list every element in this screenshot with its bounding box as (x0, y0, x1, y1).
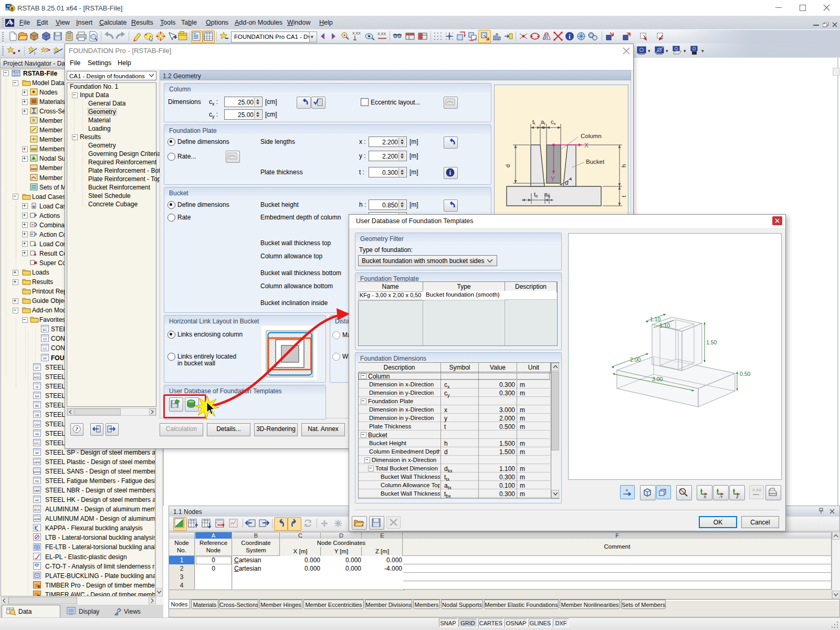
svg-text:ADM: ADM (34, 518, 40, 521)
svg-text:0.50: 0.50 (740, 371, 751, 377)
svg-text:CO: CO (43, 338, 47, 341)
svg-text:SP: SP (35, 452, 39, 455)
svg-text:HK: HK (35, 499, 39, 502)
svg-text:Bucket: Bucket (586, 159, 605, 165)
svg-text:Column: Column (581, 133, 602, 139)
svg-text:1.10: 1.10 (659, 322, 670, 329)
svg-text:X.XX: X.XX (752, 488, 761, 492)
svg-text:-Y: -Y (719, 495, 723, 498)
svg-text:CSA: CSA (34, 423, 40, 426)
svg-text:AS: AS (35, 433, 39, 436)
svg-text:3.00: 3.00 (652, 376, 663, 382)
svg-text:FP: FP (43, 357, 47, 360)
svg-text:Z: Z (736, 495, 739, 498)
svg-text:X.XX: X.XX (352, 32, 361, 35)
svg-text:X: X (584, 142, 589, 149)
svg-text:ST: ST (35, 366, 39, 370)
svg-text:8: 8 (10, 6, 13, 12)
svg-text:GB: GB (35, 414, 39, 417)
svg-text:2.00: 2.00 (630, 356, 641, 363)
svg-text:X.XX: X.XX (377, 32, 386, 36)
svg-text:Y: Y (551, 175, 555, 183)
svg-text:h: h (621, 164, 627, 167)
svg-text:NBR: NBR (34, 489, 40, 492)
svg-text:EC9: EC9 (34, 508, 40, 511)
svg-text:α: α (565, 179, 569, 186)
svg-text:tt: tt (532, 119, 536, 126)
svg-text:HFM: HFM (34, 461, 40, 464)
svg-text:IS: IS (36, 385, 38, 388)
svg-text:I: I (34, 51, 35, 56)
svg-text:FD: FD (35, 480, 39, 483)
svg-text:BS: BS (35, 404, 39, 407)
svg-text:at: at (541, 119, 545, 126)
svg-text:?: ? (75, 426, 78, 432)
svg-text:d: d (505, 164, 511, 167)
svg-text:X: X (704, 495, 707, 498)
svg-text:t: t (621, 195, 627, 197)
svg-text:NTC: NTC (34, 442, 40, 445)
svg-text:cx: cx (551, 119, 556, 126)
svg-text:SIA: SIA (35, 395, 39, 398)
svg-text:EC: EC (43, 328, 47, 331)
svg-text:1.50: 1.50 (706, 339, 717, 345)
svg-text:AISC: AISC (34, 376, 40, 379)
svg-text:1.10: 1.10 (650, 316, 661, 322)
svg-text:SANS: SANS (33, 470, 41, 474)
svg-text:CC: CC (43, 347, 47, 350)
svg-text:x: x (626, 488, 628, 492)
